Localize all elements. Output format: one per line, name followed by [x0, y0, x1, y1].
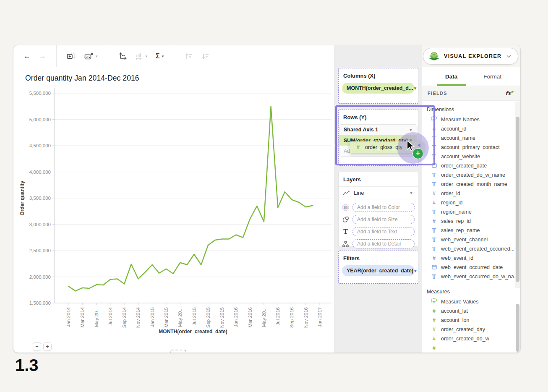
chevron-down-icon: ▼: [413, 86, 417, 91]
bar-size-button[interactable]: ▾: [135, 52, 148, 60]
redo-forward-button[interactable]: →: [39, 52, 46, 60]
columns-shelf-title: Columns (X): [339, 68, 418, 83]
encoding-slots: Add a field to Color Add a field to Size…: [339, 199, 418, 248]
field-item[interactable]: #account_lon: [422, 316, 520, 325]
remove-chart-button[interactable]: ▾: [84, 52, 98, 60]
shared-axis-pill[interactable]: Shared Axis 1 ▼: [339, 125, 417, 135]
svg-text:May 20...: May 20...: [94, 307, 99, 327]
field-item[interactable]: Taccount_primary_contact: [422, 143, 520, 152]
field-item[interactable]: #: [422, 343, 520, 353]
field-item[interactable]: #account_id: [422, 124, 520, 133]
measures-scrollbar-thumb[interactable]: [516, 304, 519, 352]
duplicate-chart-button[interactable]: [67, 52, 76, 60]
field-item[interactable]: Tweb_event_created_occurred...: [422, 244, 520, 253]
field-item[interactable]: #web_event_id: [422, 253, 520, 263]
filters-title: Filters: [339, 251, 418, 265]
drop-indicator-left: [335, 143, 338, 147]
columns-field-pill[interactable]: MONTH(order_created_d... ▼: [342, 83, 415, 94]
visual-explorer-logo-icon: [428, 51, 440, 62]
date-field-icon: [431, 163, 437, 169]
shelves-panel: Columns (X) MONTH(order_created_d... ▼ R…: [334, 45, 422, 353]
field-item[interactable]: #account_lat: [422, 306, 520, 316]
svg-text:Sep 2015: Sep 2015: [206, 307, 211, 328]
text-field-icon: T: [431, 237, 437, 243]
field-item[interactable]: #region_id: [422, 198, 520, 207]
field-item[interactable]: TMeasure Names: [422, 115, 520, 124]
svg-text:1,500,000: 1,500,000: [29, 301, 51, 306]
tab-data[interactable]: Data: [445, 67, 457, 86]
field-item[interactable]: order_created_date: [422, 161, 520, 170]
svg-text:Mar 2015: Mar 2015: [164, 307, 169, 328]
add-calculated-field-button[interactable]: fx+: [505, 89, 514, 97]
text-field-icon: T: [431, 227, 437, 234]
detail-field-slot[interactable]: Add a field to Detail: [352, 239, 415, 248]
swap-axes-icon: [118, 52, 127, 60]
order-quantity-line-chart: 1,500,0002,000,0002,500,0003,000,0003,50…: [13, 67, 334, 353]
chevron-down-icon: ▼: [413, 269, 418, 273]
text-field-icon: T: [431, 181, 437, 188]
line-chart-icon: [343, 191, 350, 196]
swap-axes-button[interactable]: [118, 52, 127, 60]
svg-text:Mar 2014: Mar 2014: [80, 307, 85, 327]
field-item[interactable]: #order_created_do_w: [422, 334, 520, 343]
visual-explorer-label: VISUAL EXPLORER: [444, 53, 502, 59]
number-field-icon: #: [431, 308, 437, 314]
number-field-icon: #: [431, 345, 437, 351]
measures-label: Measures: [422, 281, 520, 297]
field-item[interactable]: Tweb_event_occurred_do_w_na...: [422, 272, 520, 281]
field-item[interactable]: Torder_created_month_name: [422, 180, 520, 189]
chevron-down-icon: ▼: [409, 128, 413, 132]
tab-format[interactable]: Format: [483, 67, 501, 86]
field-item[interactable]: Taccount_website: [422, 152, 520, 161]
sort-ascending-button[interactable]: [184, 52, 193, 60]
panel-resize-handle[interactable]: [170, 350, 186, 353]
zoom-in-button[interactable]: +: [43, 342, 52, 351]
color-field-slot[interactable]: Add a field to Color: [352, 203, 415, 212]
field-item[interactable]: #Measure Values: [422, 297, 520, 306]
chart-zoom-controls: − +: [33, 342, 52, 351]
undo-back-button[interactable]: ←: [23, 52, 31, 60]
detail-encoding-icon: [342, 241, 349, 247]
chevron-down-icon: ▼: [409, 191, 413, 195]
layers-title: Layers: [339, 172, 418, 186]
text-field-icon: T: [431, 172, 437, 178]
toolbar-axes-group: ▾ Σ ▾: [108, 45, 174, 67]
svg-text:May 20...: May 20...: [261, 307, 266, 327]
field-item[interactable]: #sales_rep_id: [422, 217, 520, 226]
aggregate-button[interactable]: Σ ▾: [156, 52, 164, 60]
size-field-slot[interactable]: Add a field to Size: [352, 215, 415, 224]
field-item[interactable]: #order_created_day: [422, 325, 520, 334]
chart-area: Order quantity Jan 2014-Dec 2016 1,500,0…: [13, 67, 334, 353]
field-item[interactable]: Torder_created_do_w_name: [422, 170, 520, 180]
field-item[interactable]: #order_id: [422, 189, 520, 198]
svg-text:Nov 2016: Nov 2016: [303, 307, 308, 328]
toolbar-sort-group: [174, 45, 219, 67]
sort-descending-button[interactable]: [201, 52, 209, 60]
text-field-icon: T: [431, 274, 437, 280]
fields-header: FIELDS fx+: [422, 86, 520, 101]
measure-values-icon: #: [431, 298, 437, 306]
field-item[interactable]: Tregion_name: [422, 207, 520, 217]
svg-text:4,500,000: 4,500,000: [29, 143, 51, 148]
svg-text:Jul 2015: Jul 2015: [192, 307, 197, 325]
dimensions-scrollbar-thumb[interactable]: [516, 117, 519, 282]
number-field-icon: #: [431, 218, 437, 224]
text-field-slot[interactable]: Add a field to Text: [352, 227, 415, 236]
zoom-out-button[interactable]: −: [33, 342, 41, 351]
measures-list: #Measure Values#account_lat#account_lon#…: [422, 297, 520, 353]
filter-field-pill[interactable]: YEAR(order_created_date) ▼: [342, 265, 415, 276]
number-field-icon: #: [431, 317, 437, 323]
field-item[interactable]: Tsales_rep_name: [422, 226, 520, 235]
mark-type-dropdown[interactable]: Line ▼: [339, 186, 418, 199]
bar-size-icon: [135, 52, 144, 60]
figure-number-label: 1.3: [15, 356, 39, 375]
field-item[interactable]: Tweb_event_channel: [422, 235, 520, 244]
svg-text:2,000,000: 2,000,000: [29, 274, 51, 280]
svg-text:2,500,000: 2,500,000: [29, 248, 51, 253]
field-item[interactable]: web_event_occurred_date: [422, 263, 520, 272]
chevron-down-icon: ▾: [96, 54, 98, 58]
field-item[interactable]: Taccount_name: [422, 133, 520, 143]
toolbar: ← → ▾: [13, 45, 334, 67]
visual-explorer-menu-button[interactable]: VISUAL EXPLORER: [423, 48, 518, 65]
chevron-down-icon: [506, 55, 511, 58]
